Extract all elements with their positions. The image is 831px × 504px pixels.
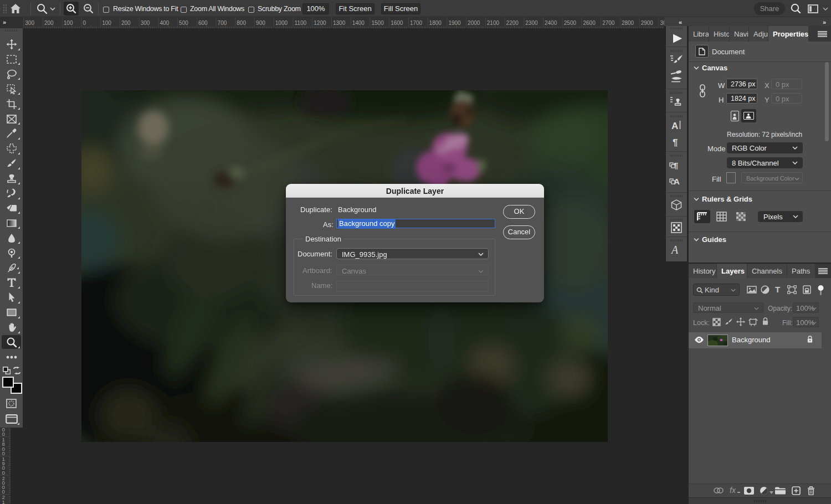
svg-text:2000: 2000 — [468, 20, 480, 26]
svg-text:1500: 1500 — [372, 20, 384, 26]
svg-text:2800: 2800 — [622, 20, 634, 26]
svg-text:2900: 2900 — [641, 20, 654, 26]
svg-text:1900: 1900 — [448, 20, 461, 26]
svg-text:300: 300 — [25, 20, 34, 26]
svg-text:300: 300 — [141, 20, 150, 26]
svg-text:2400: 2400 — [545, 20, 557, 26]
svg-text:100: 100 — [64, 20, 73, 26]
svg-text:1700: 1700 — [410, 20, 423, 26]
svg-text:200: 200 — [44, 20, 54, 26]
svg-text:2200: 2200 — [506, 20, 519, 26]
svg-text:3000: 3000 — [660, 20, 664, 26]
svg-text:2600: 2600 — [583, 20, 596, 26]
svg-text:1: 1 — [2, 499, 5, 504]
svg-text:100: 100 — [102, 20, 111, 26]
svg-text:2500: 2500 — [564, 20, 577, 26]
svg-text:500: 500 — [179, 20, 188, 26]
svg-text:800: 800 — [237, 20, 246, 26]
svg-text:1600: 1600 — [391, 20, 403, 26]
svg-text:1800: 1800 — [429, 20, 442, 26]
svg-text:400: 400 — [160, 20, 169, 26]
svg-text:600: 600 — [198, 20, 208, 26]
svg-text:700: 700 — [218, 20, 227, 26]
svg-text:1000: 1000 — [275, 20, 288, 26]
svg-text:2300: 2300 — [525, 20, 538, 26]
svg-text:200: 200 — [121, 20, 131, 26]
svg-text:2700: 2700 — [602, 20, 615, 26]
svg-text:0: 0 — [83, 20, 86, 26]
svg-text:900: 900 — [256, 20, 265, 26]
svg-text:¶: ¶ — [673, 137, 678, 148]
svg-text:1400: 1400 — [352, 20, 365, 26]
svg-text:1200: 1200 — [314, 20, 326, 26]
svg-text:1100: 1100 — [295, 20, 307, 26]
svg-text:A: A — [671, 121, 678, 131]
svg-text:2100: 2100 — [487, 20, 500, 26]
svg-text:1300: 1300 — [333, 20, 346, 26]
svg-text:A: A — [670, 244, 679, 256]
